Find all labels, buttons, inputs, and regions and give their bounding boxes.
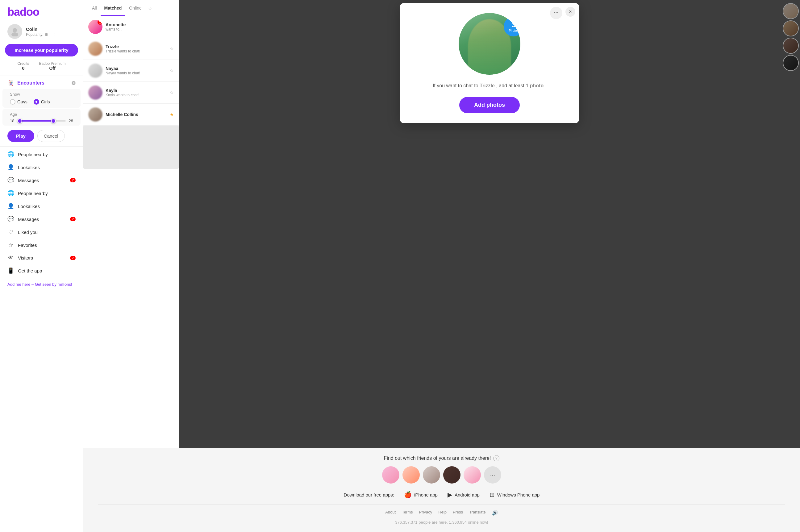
photo-requirement: 1 photo	[526, 83, 544, 88]
nayaa-star[interactable]: ☆	[170, 68, 174, 73]
guys-radio[interactable]	[10, 99, 15, 104]
friend-avatar-4[interactable]	[443, 466, 460, 483]
kayla-star[interactable]: ☆	[170, 90, 174, 95]
android-app-label: Android app	[455, 492, 480, 497]
sound-icon[interactable]: 🔊	[492, 510, 498, 516]
footer-link-privacy[interactable]: Privacy	[419, 510, 433, 516]
messages-icon: 💬	[7, 177, 14, 184]
iphone-app-link[interactable]: 🍎 iPhone app	[404, 491, 438, 498]
footer-link-about[interactable]: About	[385, 510, 396, 516]
nayaa-avatar	[88, 63, 102, 78]
liked-you-label: Liked you	[18, 230, 38, 235]
download-apps-label: Download our free apps:	[344, 492, 394, 497]
conversation-trizzle[interactable]: Trizzle Trizzle wants to chat! ☆	[83, 38, 179, 60]
age-section: Age 18 28	[2, 109, 80, 126]
android-icon: ▶	[447, 491, 452, 498]
friend-avatar-1[interactable]	[382, 466, 399, 483]
nayaa-name: Nayaa	[106, 66, 167, 71]
visitors-label: Visitors	[18, 255, 33, 261]
conversation-nayaa[interactable]: Nayaa Nayaa wants to chat! ☆	[83, 60, 179, 82]
conversation-antonette[interactable]: 1 Antonette wants to...	[83, 16, 179, 38]
footer-link-terms[interactable]: Terms	[402, 510, 413, 516]
michelle-name: Michelle Collins	[106, 112, 167, 117]
divider	[0, 76, 83, 76]
photo-count: 3	[512, 21, 515, 29]
apps-row: Download our free apps: 🍎 iPhone app ▶ A…	[98, 491, 785, 498]
svg-point-1	[12, 32, 18, 36]
sidebar-item-messages[interactable]: 💬 Messages 7	[0, 174, 83, 187]
friend-more-button[interactable]: ···	[484, 466, 501, 483]
encounters-label: Encounters	[17, 80, 44, 86]
tab-online[interactable]: Online	[125, 0, 145, 16]
avatar[interactable]	[7, 24, 22, 39]
sidebar-item-lookalikes[interactable]: 👤 Lookalikes	[0, 161, 83, 174]
lookalikes-2-label: Lookalikes	[18, 204, 40, 209]
add-me-here-label: Add me here – Get seen by millions!	[7, 282, 72, 287]
photos-label: Photos	[509, 29, 518, 32]
sidebar-item-people-nearby[interactable]: 🌐 People nearby	[0, 148, 83, 161]
overlay-area: × ··· 3 Photos	[179, 0, 800, 448]
age-max: 28	[69, 118, 73, 123]
show-section: Show Guys Girls	[2, 89, 80, 108]
nayaa-preview: Nayaa wants to chat!	[106, 71, 167, 75]
age-slider[interactable]	[17, 120, 65, 121]
sidebar-item-get-app[interactable]: 📱 Get the app	[0, 264, 83, 277]
trizzle-preview: Trizzle wants to chat!	[106, 49, 167, 53]
encounters-section[interactable]: 🃏 Encounters ⚙	[0, 77, 83, 89]
trizzle-name: Trizzle	[106, 44, 167, 49]
show-girls-option[interactable]: Girls	[34, 99, 50, 104]
show-guys-option[interactable]: Guys	[10, 99, 27, 104]
sidebar-item-visitors[interactable]: 👁 Visitors 7	[0, 251, 83, 264]
friend-avatar-5[interactable]	[463, 466, 481, 483]
modal-photo-area: 3 Photos	[459, 13, 520, 75]
kayla-avatar	[88, 86, 102, 100]
footer-link-translate[interactable]: Translate	[469, 510, 486, 516]
trizzle-info: Trizzle Trizzle wants to chat!	[106, 44, 167, 53]
footer-link-press[interactable]: Press	[453, 510, 463, 516]
modal-close-button[interactable]: ×	[566, 7, 575, 17]
antonette-name: Antonette	[106, 22, 174, 27]
age-handle-left[interactable]	[17, 118, 22, 124]
credits-value: 0	[17, 66, 29, 71]
windows-app-link[interactable]: ⊞ Windows Phone app	[490, 491, 540, 498]
person-name-in-modal: Trizzle	[480, 83, 495, 88]
cancel-button[interactable]: Cancel	[37, 130, 65, 142]
trizzle-star[interactable]: ☆	[170, 46, 174, 51]
sidebar-item-messages-2[interactable]: 💬 Messages 7	[0, 213, 83, 226]
credits-stat: Credits 0	[17, 61, 29, 71]
lookalikes-icon-2: 👤	[7, 203, 14, 210]
tab-all[interactable]: All	[88, 0, 101, 16]
filter-icon[interactable]: ⚙	[71, 80, 76, 86]
tab-star[interactable]: ☆	[145, 0, 155, 16]
tab-matched[interactable]: Matched	[101, 0, 126, 16]
messages-label: Messages	[18, 178, 39, 183]
sidebar-item-people-nearby-2[interactable]: 🌐 People nearby	[0, 187, 83, 200]
premium-value: Off	[39, 66, 65, 71]
profile-info: Colin Popularity:	[26, 26, 55, 37]
age-label: Age	[10, 112, 73, 117]
friend-avatar-3[interactable]	[423, 466, 440, 483]
add-photos-button[interactable]: Add photos	[459, 97, 520, 113]
conversation-kayla[interactable]: Kayla Kayla wants to chat! ☆	[83, 82, 179, 104]
increase-popularity-button[interactable]: Increase your popularity	[5, 44, 78, 56]
footer-link-help[interactable]: Help	[438, 510, 446, 516]
android-app-link[interactable]: ▶ Android app	[447, 491, 480, 498]
nayaa-info: Nayaa Nayaa wants to chat!	[106, 66, 167, 75]
girls-radio[interactable]	[34, 99, 39, 104]
sidebar-item-liked-you[interactable]: ♡ Liked you	[0, 226, 83, 239]
sidebar-footer[interactable]: Add me here – Get seen by millions!	[0, 277, 83, 289]
age-handle-right[interactable]	[51, 118, 56, 124]
antonette-avatar: 1	[88, 20, 102, 34]
star-icon: ☆	[7, 242, 14, 248]
help-icon[interactable]: ?	[493, 455, 499, 461]
modal-more-button[interactable]: ···	[550, 7, 563, 19]
show-label: Show	[10, 92, 73, 97]
sidebar-item-favorites[interactable]: ☆ Favorites	[0, 239, 83, 251]
center-area: All Matched Online ☆ 1 Anto	[83, 0, 800, 532]
sidebar-item-lookalikes-2[interactable]: 👤 Lookalikes	[0, 200, 83, 213]
antonette-info: Antonette wants to...	[106, 22, 174, 32]
friend-avatar-2[interactable]	[402, 466, 420, 483]
conversation-michelle[interactable]: Michelle Collins ★	[83, 104, 179, 126]
play-button[interactable]: Play	[7, 130, 34, 142]
guys-label: Guys	[17, 99, 27, 104]
